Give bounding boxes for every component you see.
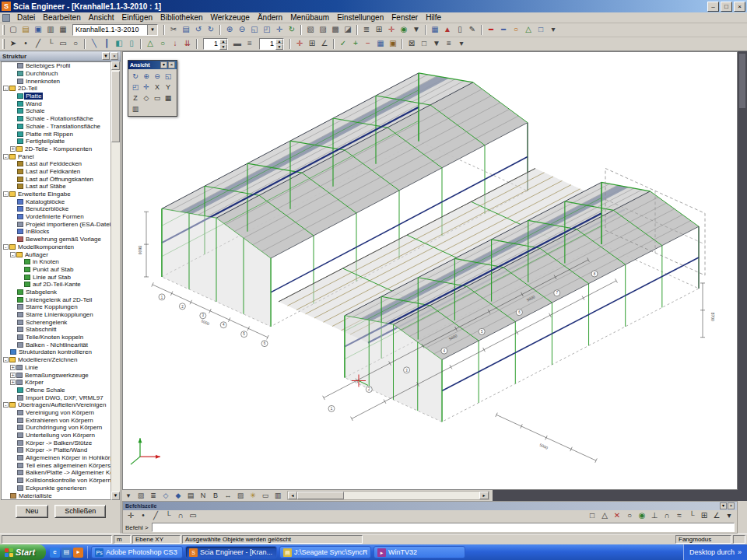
collapse-icon[interactable]: - [3,357,9,362]
hidden-lines-icon[interactable]: ▩ [329,24,342,36]
tree-item[interactable]: Schale - Translationsfläche [2,123,110,131]
document-icon[interactable]: ▯ [454,24,466,36]
axes-icon[interactable]: ✛ [385,24,398,36]
expand-icon[interactable]: + [10,365,16,370]
list-icon[interactable]: ≡ [443,38,455,50]
tree-item[interactable]: Stabgelenk [2,289,110,296]
label-nodes-icon[interactable]: N [197,491,209,501]
cut-icon[interactable]: ✂ [167,24,180,36]
zoom-in-icon[interactable]: ⊕ [141,71,152,82]
spinner-down-icon[interactable]: ▼ [219,44,227,50]
ansicht-caption[interactable]: Ansicht ▾ × [128,61,177,69]
view-plane-icon[interactable]: ◇ [160,491,172,501]
ucs-icon[interactable]: ✛ [293,38,306,50]
snap-settings-icon[interactable]: ▾ [723,510,735,522]
storey-icon[interactable]: ▬ [231,38,244,50]
close-poly-icon[interactable]: ▭ [187,510,199,522]
command-input[interactable] [152,523,735,532]
tree-item[interactable]: +2D-Teile - Komponenten [2,145,110,153]
scroll-up-icon[interactable]: ▲ [111,61,120,70]
tree-item[interactable]: Last auf Öffnungskanten [2,175,110,183]
circle-tool-icon[interactable]: ○ [69,38,82,50]
scroll-right-icon[interactable]: ► [479,492,489,499]
scroll-left-icon[interactable]: ◄ [288,492,297,499]
hscroll-thumb[interactable] [297,492,344,499]
rotate-icon[interactable]: ↻ [130,71,141,82]
tree-item[interactable]: Liniengelenk auf 2D-Teil [2,296,110,303]
point-entry-icon[interactable]: • [137,510,149,522]
point-load-icon[interactable]: ↓ [169,38,181,50]
print-view-icon[interactable]: ▥ [130,103,141,114]
label-members-icon[interactable]: B [209,491,222,501]
perspective-icon[interactable]: ◪ [342,24,354,36]
arc-entry-icon[interactable]: ∩ [174,510,187,522]
snap-intersection-icon[interactable]: ✕ [611,510,623,522]
tree-item[interactable]: Benutzerblöcke [2,205,110,213]
menu-einstellungen[interactable]: Einstellungen [333,12,388,23]
view-x-icon[interactable]: X [152,82,163,93]
redo-icon[interactable]: ↻ [205,24,217,36]
pointer-icon[interactable]: ➤ [7,38,19,50]
more-tools-icon[interactable]: ▾ [547,24,559,36]
model-canvas[interactable]: 12345612345678500050005000870050008600 A… [122,51,738,490]
polyline-entry-icon[interactable]: └ [162,510,174,522]
tree-item[interactable]: Platte mit Rippen [2,130,110,138]
shaded-icon[interactable]: ▨ [317,24,329,36]
menu-fenster[interactable]: Fenster [388,12,422,23]
tree-item[interactable]: Wand [2,100,110,107]
chevron-down-icon[interactable]: ▾ [160,61,167,68]
struktur-caption[interactable]: Struktur ▼ × [0,51,121,61]
scroll-down-icon[interactable]: ▼ [111,492,120,500]
snap-angle-icon[interactable]: ∠ [710,510,723,522]
menu-einfügen[interactable]: Einfügen [118,12,156,23]
new-icon[interactable]: ▢ [7,24,19,36]
cursor-cross-icon[interactable]: ✛ [124,510,137,522]
tree-item[interactable]: Teile/Knoten koppeln [2,334,110,341]
line-tool-icon[interactable]: ╱ [32,38,44,50]
selection-filter-icon[interactable]: ▼ [410,24,423,36]
tree-item[interactable]: Vordefinierte Formen [2,213,110,221]
tree-item[interactable]: Eckpunkte generieren [2,485,110,492]
dark-scroll-strip[interactable] [493,490,738,501]
spinner-up-icon[interactable]: ▲ [219,39,227,44]
tree-item[interactable]: Platte [2,93,110,100]
collapse-icon[interactable]: - [3,244,9,250]
open-icon[interactable]: ▤ [19,24,32,36]
snap-center-icon[interactable]: ○ [623,510,636,522]
show-desktop-icon[interactable]: ▤ [61,548,72,558]
zoom-window-icon[interactable]: ◱ [248,24,261,36]
copy-icon[interactable]: ▤ [180,24,192,36]
tree-item[interactable]: in Knoten [2,258,110,266]
taskbar-task[interactable]: ▸WinTV32 [374,546,465,558]
close-button[interactable]: × [734,2,745,12]
tree-item[interactable]: +Körper [2,379,110,387]
close-panel-icon[interactable]: × [110,52,118,60]
tree-item[interactable]: -Übertragen/Aufteilen/Vereinigen [2,401,110,409]
tree-item[interactable]: Balken - Nichtlinearität [2,341,110,348]
edit-tool-icon[interactable]: ✎ [466,24,479,36]
polyline-tool-icon[interactable]: └ [44,38,57,50]
collapse-icon[interactable]: - [3,86,9,91]
struktur-tree[interactable]: Beliebiges ProfilDurchbruchInnenknoten-2… [1,61,111,500]
tree-item[interactable]: Kollisionskontrolle von Körpern [2,477,110,485]
menu-ändern[interactable]: Ändern [254,12,286,23]
tree-item[interactable]: +Bemaßungswerkzeuge [2,371,110,379]
befehlszeile-caption[interactable]: Befehlszeile ▾ × [123,502,737,510]
print-icon[interactable]: ▥ [44,24,57,36]
media-player-icon[interactable]: ▸ [73,548,83,558]
add-icon[interactable]: + [349,38,362,50]
close-icon[interactable]: × [168,61,175,68]
snap-node-icon[interactable]: ◉ [636,510,648,522]
vscroll-thumb[interactable] [739,54,745,108]
tree-item[interactable]: Linie auf Stab [2,273,110,281]
snap-midpoint-icon[interactable]: △ [598,510,611,522]
snap-tangent-icon[interactable]: ∩ [661,510,673,522]
ansicht-palette[interactable]: Ansicht ▾ × ↻⊕⊖◱◰✛XYZ◇▭▦▥ [128,60,177,117]
scroll-thumb[interactable] [111,71,120,142]
hinge-icon[interactable]: ○ [156,38,169,50]
tree-item[interactable]: Projekt importieren (ESA-Datei) [2,220,110,228]
tree-item[interactable]: -Erweiterte Eingabe [2,191,110,198]
collapse-icon[interactable]: - [3,191,9,197]
menu-bearbeiten[interactable]: Bearbeiten [39,12,84,23]
tree-item[interactable]: Bewehrung gemäß Vorlage [2,236,110,243]
